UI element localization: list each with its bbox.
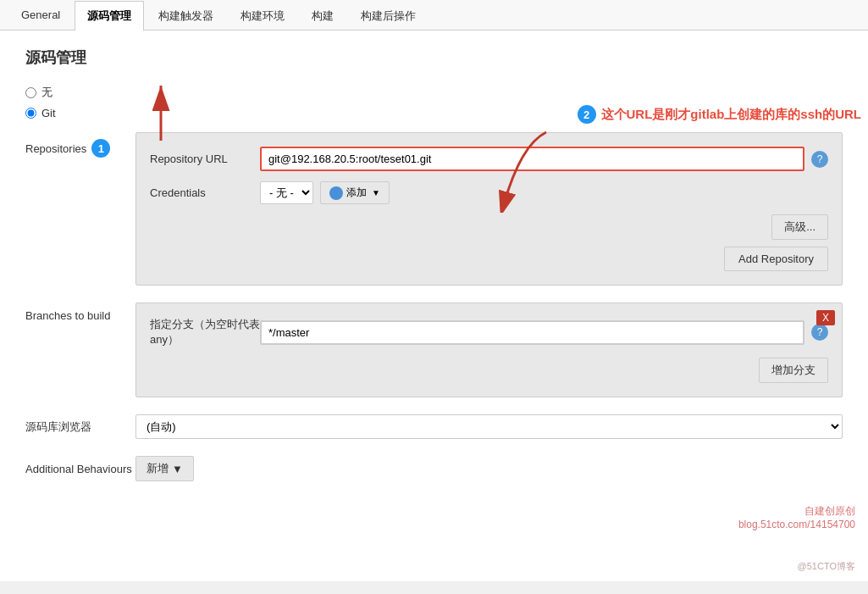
credentials-select[interactable]: - 无 - — [260, 181, 313, 204]
add-branch-button[interactable]: 增加分支 — [759, 358, 828, 383]
tab-bar: General 源码管理 构建触发器 构建环境 构建 构建后操作 — [0, 0, 868, 31]
credentials-row: Credentials - 无 - 添加 ▼ — [150, 181, 828, 204]
branches-body: X 指定分支（为空时代表any） ? 增加分支 — [135, 303, 843, 397]
radio-none-label: 无 — [41, 85, 53, 100]
main-content: 源码管理 无 Git Repositories 1 Repository URL… — [0, 31, 868, 581]
source-browser-select[interactable]: (自动) — [135, 414, 843, 439]
globe-icon — [329, 186, 343, 200]
branch-specifier-help[interactable]: ? — [811, 324, 828, 341]
repositories-section: Repositories 1 Repository URL ? Credenti… — [25, 132, 843, 286]
tab-post-build[interactable]: 构建后操作 — [348, 1, 428, 31]
copyright: @51CTO博客 — [798, 560, 855, 573]
branch-specifier-input[interactable] — [260, 320, 804, 345]
advanced-button[interactable]: 高级... — [771, 214, 828, 240]
page-title: 源码管理 — [25, 47, 843, 68]
branch-specifier-row: 指定分支（为空时代表any） ? — [150, 317, 828, 347]
add-repository-button[interactable]: Add Repository — [724, 247, 828, 271]
tab-build-trigger[interactable]: 构建触发器 — [146, 1, 226, 31]
add-credentials-label: 添加 — [346, 186, 367, 200]
dropdown-arrow-icon: ▼ — [372, 188, 380, 197]
radio-git-label: Git — [41, 107, 56, 119]
branches-section: Branches to build X 指定分支（为空时代表any） ? 增加分… — [25, 303, 843, 397]
radio-group: 无 Git — [25, 85, 843, 119]
tab-build[interactable]: 构建 — [299, 1, 346, 31]
source-browser-row: 源码库浏览器 (自动) — [25, 414, 843, 439]
radio-git: Git — [25, 107, 843, 119]
watermark: 自建创原创 blog.51cto.com/14154700 — [738, 504, 855, 530]
tab-source-mgmt[interactable]: 源码管理 — [75, 1, 144, 31]
action-buttons: 高级... Add Repository — [150, 214, 828, 271]
repositories-label: Repositories 1 — [25, 132, 135, 158]
branches-label: Branches to build — [25, 303, 135, 322]
additional-behaviours-row: Additional Behaviours 新增 ▼ — [25, 456, 843, 481]
xin-zeng-label: 新增 — [147, 461, 169, 476]
add-credentials-button[interactable]: 添加 ▼ — [320, 181, 390, 204]
tab-general[interactable]: General — [8, 1, 73, 31]
credentials-label: Credentials — [150, 186, 260, 199]
branch-specifier-label: 指定分支（为空时代表any） — [150, 317, 260, 347]
radio-git-input[interactable] — [25, 108, 36, 119]
watermark-line2: blog.51cto.com/14154700 — [738, 519, 855, 530]
repositories-body: Repository URL ? Credentials - 无 - 添加 ▼ … — [135, 132, 843, 286]
repo-url-input[interactable] — [260, 147, 804, 171]
watermark-line1: 自建创原创 — [738, 504, 855, 519]
repo-url-help[interactable]: ? — [811, 151, 828, 168]
xin-zeng-button[interactable]: 新增 ▼ — [135, 456, 194, 481]
badge-1: 1 — [91, 139, 110, 158]
radio-none: 无 — [25, 85, 843, 100]
tab-build-env[interactable]: 构建环境 — [228, 1, 297, 31]
branches-close-button[interactable]: X — [816, 310, 835, 325]
repo-url-label: Repository URL — [150, 153, 260, 165]
repo-url-row: Repository URL ? — [150, 147, 828, 171]
radio-none-input[interactable] — [25, 87, 36, 98]
additional-behaviours-label: Additional Behaviours — [25, 463, 135, 475]
xin-zeng-dropdown-icon: ▼ — [172, 463, 183, 475]
source-browser-label: 源码库浏览器 — [25, 419, 135, 435]
